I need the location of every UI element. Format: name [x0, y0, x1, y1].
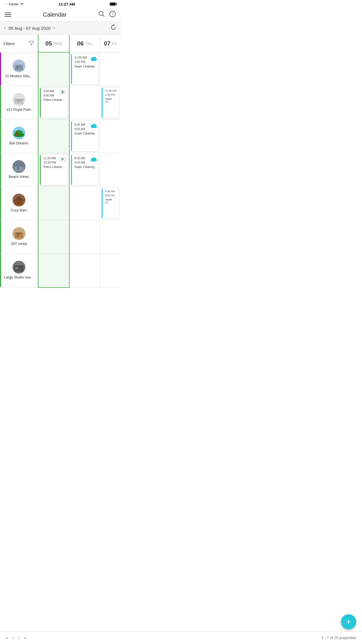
event-logo — [90, 156, 97, 162]
property-color-bar — [0, 187, 1, 220]
day-cell[interactable] — [38, 52, 69, 86]
svg-rect-23 — [17, 201, 21, 205]
svg-text:?: ? — [111, 12, 113, 16]
day-cell[interactable] — [100, 153, 121, 187]
event-card[interactable]: 6:00 AM8:00 AM Super Cl... — [101, 188, 120, 219]
day-name: Thu — [85, 41, 92, 46]
day-cell[interactable] — [70, 187, 100, 220]
help-button[interactable]: ? — [109, 10, 116, 19]
property-name: #12 Royal Palm — [6, 108, 31, 112]
day-column-wed: 05 Wed 6:00 AM8:00 AM Pete's Cleanin... … — [38, 35, 70, 288]
day-cell[interactable] — [70, 254, 100, 287]
property-row[interactable]: #12 Royal Palm — [0, 86, 38, 120]
event-border — [71, 54, 72, 84]
wifi-icon — [20, 2, 24, 6]
filter-icon[interactable] — [29, 41, 34, 47]
property-row[interactable]: Bali Dreams — [0, 120, 38, 153]
days-scroll: 05 Wed 6:00 AM8:00 AM Pete's Cleanin... … — [38, 35, 121, 288]
property-row[interactable]: #1 Modern Villa... — [0, 52, 38, 86]
event-name: Super Cleaning — [75, 165, 97, 169]
event-name: Super Cleaning — [75, 65, 97, 68]
filter-label: Filters — [3, 41, 15, 46]
property-row[interactable]: JDT rental — [0, 220, 38, 254]
svg-point-48 — [91, 160, 96, 162]
day-cell[interactable]: 6:00 AM8:00 AM Pete's Cleanin... P C — [38, 86, 69, 120]
menu-button[interactable] — [5, 13, 11, 17]
property-name: Bali Dreams — [9, 141, 28, 146]
day-cell[interactable] — [100, 52, 121, 86]
event-border — [102, 188, 103, 218]
avatar — [13, 261, 25, 274]
event-border — [40, 155, 41, 185]
event-logo — [90, 56, 97, 62]
super-cleaning-logo — [90, 156, 97, 162]
event-card[interactable]: 6:00 AM8:00 AM Super Cleaning — [71, 154, 99, 185]
header-icons: ? — [99, 10, 116, 19]
time-display: 11:27 AM — [59, 2, 75, 6]
menu-line — [5, 13, 11, 13]
svg-rect-6 — [17, 66, 18, 68]
petes-logo: P — [59, 156, 66, 162]
avatar — [13, 60, 25, 72]
day-cell[interactable]: 6:00 AM8:00 AM Super Cleaning — [70, 120, 100, 153]
menu-line — [5, 16, 11, 17]
event-border — [71, 155, 72, 185]
carrier-label: Carrier — [9, 2, 19, 6]
day-num: 07 — [104, 40, 110, 47]
date-nav-center: ‹ 05 Aug - 07 Aug 2020 › — [4, 25, 55, 31]
day-cell[interactable] — [100, 120, 121, 153]
property-name: Beach Views — [9, 175, 29, 179]
refresh-button[interactable] — [110, 24, 117, 32]
super-cleaning-logo — [90, 123, 97, 129]
property-color-bar — [0, 153, 1, 186]
search-button[interactable] — [99, 11, 105, 18]
event-logo: P C — [59, 89, 66, 95]
svg-rect-19 — [17, 167, 19, 169]
properties-column: Filters #1 Modern Villa... #12 Royal Pal… — [0, 35, 38, 288]
svg-rect-7 — [20, 66, 22, 67]
property-row[interactable]: Beach Views — [0, 153, 38, 187]
svg-rect-27 — [17, 234, 19, 236]
day-header-wed: 05 Wed — [38, 35, 69, 52]
status-right — [110, 2, 116, 6]
property-row[interactable]: Large Studio nea... — [0, 254, 38, 287]
day-name: Fri — [112, 41, 117, 46]
avatar — [13, 227, 25, 240]
event-card[interactable]: 11:00 AM1:00 PM Super Cl... — [101, 87, 120, 118]
property-color-bar — [0, 220, 1, 253]
day-header-thu: 06 Thu — [70, 35, 100, 52]
svg-rect-30 — [14, 265, 24, 267]
day-cell[interactable]: 6:00 AM8:00 AM Super Cleaning — [70, 153, 100, 187]
day-column-thu: 06 Thu 11:00 AM2:00 PM Super Cleaning — [70, 35, 101, 288]
day-cell[interactable] — [38, 220, 69, 254]
day-cell[interactable] — [38, 187, 69, 220]
day-cell[interactable] — [70, 220, 100, 254]
day-cell[interactable] — [70, 86, 100, 120]
day-cell[interactable] — [100, 220, 121, 254]
battery-icon — [110, 2, 116, 6]
event-name: Pete's Cleanin... — [43, 98, 66, 102]
prev-date-button[interactable]: ‹ — [4, 25, 6, 31]
filter-funnel-icon — [29, 41, 34, 46]
day-num: 05 — [45, 40, 52, 47]
day-cell[interactable]: 11:00 AM12:00 PM Pete's Cleanin... P — [38, 153, 69, 187]
day-header-fri: 07 Fri — [100, 35, 121, 52]
event-card[interactable]: 11:00 AM12:00 PM Pete's Cleanin... P — [40, 154, 68, 185]
day-cell[interactable] — [38, 254, 69, 287]
day-cell[interactable]: 11:00 AM1:00 PM Super Cl... — [100, 86, 121, 120]
filter-row: Filters — [0, 35, 38, 52]
day-cell[interactable]: 11:00 AM2:00 PM Super Cleaning — [70, 52, 100, 86]
next-date-button[interactable]: › — [54, 25, 55, 31]
event-card[interactable]: 11:00 AM2:00 PM Super Cleaning — [71, 54, 99, 85]
property-row[interactable]: Cozy Barn — [0, 187, 38, 220]
signal-icon: · · · · — [5, 3, 8, 6]
event-card[interactable]: 6:00 AM8:00 AM Pete's Cleanin... P C — [40, 87, 68, 118]
event-card[interactable]: 6:00 AM8:00 AM Super Cleaning — [71, 121, 99, 152]
day-cell[interactable]: 6:00 AM8:00 AM Super Cl... — [100, 187, 121, 220]
day-cell[interactable] — [100, 254, 121, 287]
event-name: Pete's Cleanin... — [43, 165, 66, 169]
svg-point-40 — [91, 59, 96, 61]
refresh-icon — [110, 24, 117, 31]
day-cell[interactable] — [38, 120, 69, 153]
svg-rect-10 — [14, 99, 24, 100]
